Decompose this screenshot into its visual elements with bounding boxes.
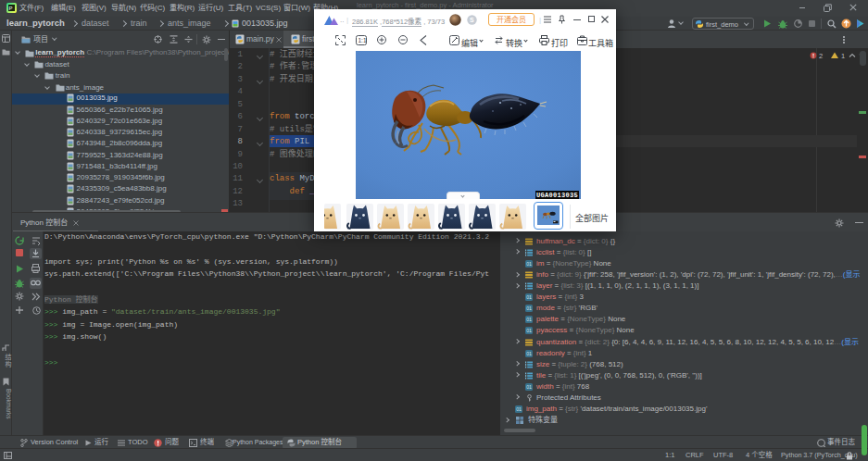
svg-text:1:1: 1:1: [359, 37, 367, 44]
svg-text:01: 01: [526, 384, 532, 390]
svg-text:01: 01: [526, 261, 532, 267]
svg-text:01: 01: [516, 406, 522, 412]
svg-text:2: 2: [819, 52, 823, 60]
svg-text:P: P: [9, 6, 13, 11]
svg-text:01: 01: [526, 329, 532, 334]
svg-text:01: 01: [526, 294, 532, 300]
svg-text:01: 01: [526, 306, 532, 312]
svg-text:01: 01: [526, 351, 532, 356]
svg-text:S: S: [470, 17, 474, 23]
svg-text:1: 1: [841, 52, 845, 60]
svg-text:01: 01: [526, 318, 532, 323]
